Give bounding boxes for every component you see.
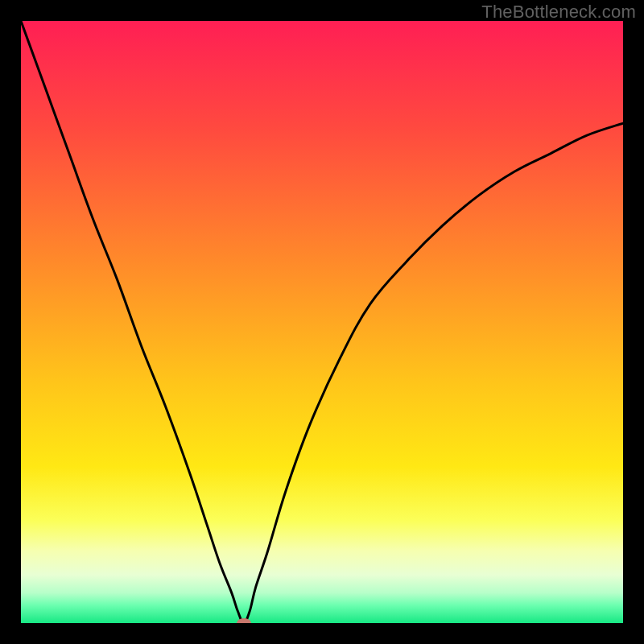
chart-frame: TheBottleneck.com [0,0,644,644]
plot-area [21,21,623,623]
bottleneck-curve [21,21,623,623]
watermark-text: TheBottleneck.com [481,2,636,23]
minimum-marker [237,618,251,623]
